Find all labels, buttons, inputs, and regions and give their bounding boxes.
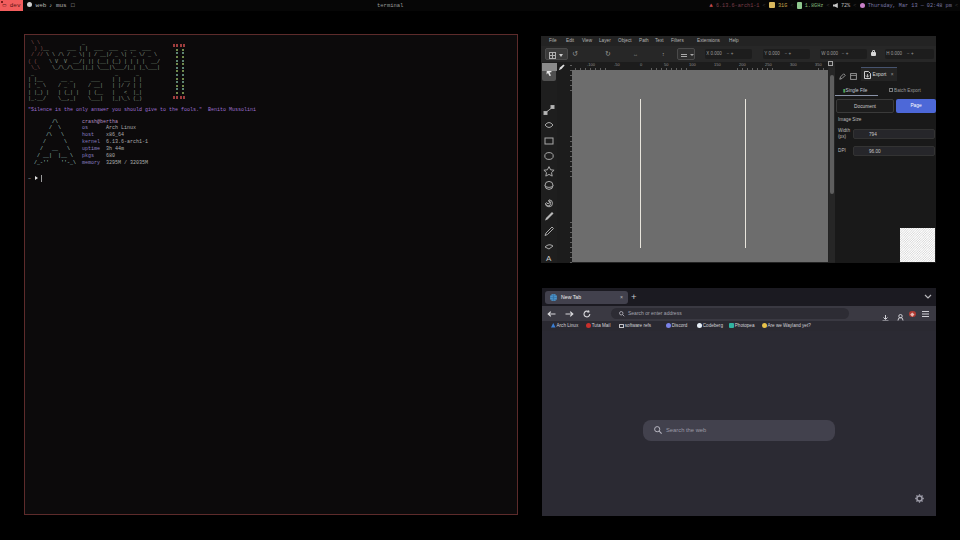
- svg-text:A: A: [546, 254, 552, 263]
